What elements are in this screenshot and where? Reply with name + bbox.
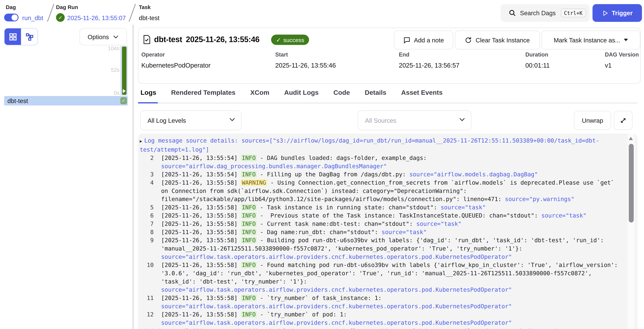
duration-axis-0s: 0s [103, 90, 120, 96]
view-mode-switcher [4, 28, 38, 45]
log-entry: 9[2025-11-26, 13:55:58] INFO - Building … [140, 236, 625, 261]
grid-icon [8, 32, 17, 41]
graph-view-button[interactable] [21, 28, 38, 45]
log-source-link[interactable]: source="airflow.task.operators.airflow.p… [161, 303, 512, 310]
log-message: [2025-11-26, 13:55:58] INFO - Previous s… [161, 211, 625, 220]
unwrap-button[interactable]: Unwrap [574, 111, 611, 130]
log-level-badge: WARNING [241, 179, 267, 186]
duration-axis-104s: 104s [103, 45, 120, 52]
breadcrumb-task-label: Task [139, 4, 151, 10]
log-text: [2025-11-26, 13:55:58] [161, 237, 241, 244]
log-level-badge: INFO [241, 294, 256, 301]
log-entry: 12[2025-11-26, 13:55:58] INFO - `try_num… [140, 310, 625, 327]
tab-details[interactable]: Details [365, 89, 386, 96]
duration-value: 00:01:11 [525, 62, 550, 69]
log-line-number[interactable]: 5 [140, 203, 154, 212]
log-entry: 3[2025-11-26, 13:55:54] INFO - Filling u… [140, 170, 625, 178]
log-source-link[interactable]: source="task" [541, 212, 586, 219]
log-text: [2025-11-26, 13:55:58] [161, 229, 241, 235]
active-tab-underline [138, 102, 158, 103]
tab-audit-logs[interactable]: Audit Logs [284, 89, 318, 96]
log-entry: 10[2025-11-26, 13:55:58] INFO - Found ma… [140, 261, 625, 294]
operator-value: KubernetesPodOperator [141, 62, 210, 69]
log-line-number[interactable]: 9 [140, 236, 154, 244]
log-line-number[interactable]: 3 [140, 170, 154, 178]
breadcrumb-dagrun-link[interactable]: 2025-11-26, 13:55:07 [67, 14, 126, 22]
log-line-number[interactable]: 6 [140, 211, 154, 220]
grid-view-button[interactable] [4, 28, 21, 45]
log-source-link[interactable]: source="task" [382, 229, 427, 235]
search-placeholder: Search Dags [520, 10, 556, 16]
log-text: - Current task name:dbt-test: chan="stdo… [256, 220, 416, 227]
breadcrumb-dag-link[interactable]: run_dbt [22, 14, 43, 22]
sidebar-task-row-dbt-test[interactable]: dbt-test ✓ [4, 96, 128, 106]
log-line-number[interactable]: 7 [140, 220, 154, 228]
log-group-header[interactable]: ▶Log message source details: sources=["s… [140, 136, 625, 154]
log-source-select[interactable]: All Sources [358, 110, 471, 130]
log-line-number[interactable]: 8 [140, 228, 154, 236]
log-message: [2025-11-26, 13:55:58] INFO - `try_numbe… [161, 294, 625, 310]
search-dags-box[interactable]: Search Dags Ctrl+K [500, 4, 590, 22]
tab-code[interactable]: Code [334, 89, 350, 96]
scroll-up-icon[interactable] [629, 137, 633, 140]
log-entry: 6[2025-11-26, 13:55:58] INFO - Previous … [140, 211, 625, 220]
log-scrollbar[interactable] [628, 134, 635, 329]
sidebar-divider [133, 25, 134, 329]
trigger-button[interactable]: Trigger [592, 4, 642, 22]
tab-logs[interactable]: Logs [140, 89, 156, 96]
dag-pause-toggle[interactable] [4, 14, 18, 22]
log-pane: ▶Log message source details: sources=["s… [138, 134, 638, 329]
chevron-down-icon [113, 35, 119, 38]
log-text: - DAG bundles loaded: dags-folder, examp… [256, 154, 430, 161]
tab-asset-events[interactable]: Asset Events [401, 89, 443, 96]
task-duration-bar[interactable] [122, 46, 126, 95]
log-message: [2025-11-26, 13:55:58] WARNING - Using C… [161, 178, 625, 203]
end-value: 2025-11-26, 13:56:57 [399, 62, 460, 69]
log-entry: 7[2025-11-26, 13:55:58] INFO - Current t… [140, 220, 625, 228]
dagrun-success-icon: ✓ [56, 13, 65, 22]
tab-xcom[interactable]: XCom [250, 89, 270, 96]
log-line-number[interactable]: 11 [140, 294, 154, 302]
log-source-link[interactable]: source="airflow.task.operators.airflow.p… [161, 319, 512, 326]
breadcrumb-dagrun-label: Dag Run [56, 4, 78, 10]
log-level-badge: INFO [241, 220, 256, 227]
log-source-link[interactable]: source="task" [416, 220, 462, 227]
trigger-label: Trigger [612, 10, 633, 16]
fullscreen-button[interactable] [614, 111, 632, 130]
log-text: [2025-11-26, 13:55:58] [161, 179, 241, 186]
log-source-link[interactable]: source="airflow.models.dagbag.DagBag" [409, 171, 538, 178]
log-message: [2025-11-26, 13:55:58] INFO - Current ta… [161, 220, 625, 228]
log-line-number[interactable]: 2 [140, 154, 154, 162]
breadcrumb-separator [128, 4, 136, 22]
log-source-link[interactable]: source="task" [441, 204, 486, 210]
log-entry: 4[2025-11-26, 13:55:58] WARNING - Using … [140, 178, 625, 203]
log-line-number[interactable]: 10 [140, 261, 154, 269]
scrollbar-thumb[interactable] [628, 144, 634, 222]
log-level-badge: INFO [241, 262, 256, 268]
tab-rendered-templates[interactable]: Rendered Templates [171, 89, 236, 96]
log-source-link[interactable]: source="airflow.task.operators.airflow.p… [161, 254, 512, 260]
mark-task-instance-as-button[interactable]: Mark Task Instance as... [542, 30, 640, 50]
log-group-header-text: Log message source details: sources=["s3… [140, 137, 599, 153]
log-message: [2025-11-26, 13:55:54] INFO - Filling up… [161, 170, 625, 178]
log-line-number[interactable]: 12 [140, 310, 154, 318]
options-button[interactable]: Options [80, 28, 127, 45]
log-level-badge: INFO [241, 212, 256, 219]
log-message: [2025-11-26, 13:55:58] INFO - Found matc… [161, 261, 625, 294]
mark-as-label: Mark Task Instance as... [554, 36, 620, 44]
clear-task-instance-button[interactable]: Clear Task Instance [455, 30, 540, 50]
log-level-select[interactable]: All Log Levels [140, 110, 242, 130]
log-text: [2025-11-26, 13:55:54] [161, 154, 241, 161]
log-text: [2025-11-26, 13:55:58] [161, 294, 241, 301]
task-instance-title: dbt-test2025-11-26, 13:55:46 [154, 35, 260, 44]
add-note-button[interactable]: Add a note [394, 30, 453, 50]
log-level-value: All Log Levels [148, 117, 186, 124]
log-source-link[interactable]: source="airflow.task.operators.airflow.p… [161, 286, 512, 293]
expand-marker-icon: ▶ [140, 139, 142, 144]
log-group-header[interactable]: ▶Waiting until 600s to get the POD sched… [140, 327, 625, 329]
log-text: - Task instance is in running state: cha… [256, 204, 440, 210]
log-line-number[interactable]: 4 [140, 178, 154, 187]
log-source-link[interactable]: source="py.warnings" [505, 196, 574, 202]
start-label: Start [275, 52, 288, 58]
log-source-link[interactable]: source="airflow.dag_processing.bundles.m… [161, 163, 387, 170]
